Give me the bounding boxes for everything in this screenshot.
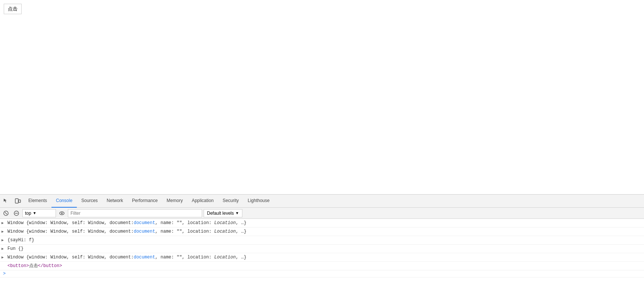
- svg-rect-1: [19, 200, 21, 202]
- levels-dropdown-icon: ▼: [235, 211, 239, 215]
- filter-input[interactable]: [68, 209, 202, 217]
- tab-console[interactable]: Console: [51, 195, 77, 208]
- inspect-element-icon[interactable]: [1, 196, 11, 206]
- expand-arrow[interactable]: ▶: [1, 246, 4, 252]
- context-value: top: [25, 211, 31, 216]
- prompt-arrow: >: [3, 271, 6, 276]
- expand-arrow[interactable]: ▶: [1, 254, 4, 261]
- tab-elements[interactable]: Elements: [24, 195, 51, 208]
- block-icon[interactable]: [12, 209, 21, 218]
- tab-lighthouse[interactable]: Lighthouse: [243, 195, 274, 208]
- document-link-2[interactable]: document: [133, 228, 155, 235]
- tab-application[interactable]: Application: [187, 195, 218, 208]
- expand-arrow[interactable]: ▶: [1, 237, 4, 244]
- svg-point-7: [61, 213, 63, 214]
- svg-rect-0: [15, 199, 18, 203]
- console-line: ▶ Window {window: Window, self: Window, …: [0, 219, 644, 227]
- clear-console-icon[interactable]: [1, 209, 10, 218]
- console-line-html: <button>点击</button>: [0, 262, 644, 270]
- context-selector[interactable]: top ▼: [22, 209, 56, 217]
- log-levels-button[interactable]: Default levels ▼: [204, 209, 242, 217]
- tab-sources[interactable]: Sources: [77, 195, 102, 208]
- document-link-1[interactable]: document: [133, 220, 155, 226]
- console-prompt-line[interactable]: >: [0, 270, 644, 277]
- eye-icon[interactable]: [57, 209, 66, 218]
- device-toggle-icon[interactable]: [13, 196, 23, 206]
- console-line: ▶ Window {window: Window, self: Window, …: [0, 227, 644, 236]
- tab-security[interactable]: Security: [218, 195, 243, 208]
- devtools-tab-bar: Elements Console Sources Network Perform…: [0, 195, 644, 208]
- tab-memory[interactable]: Memory: [162, 195, 187, 208]
- console-output: ▶ Window {window: Window, self: Window, …: [0, 219, 644, 304]
- console-line: ▶ Fun {}: [0, 245, 644, 253]
- expand-arrow[interactable]: ▶: [1, 220, 4, 227]
- svg-line-3: [5, 212, 7, 214]
- tab-network[interactable]: Network: [102, 195, 128, 208]
- context-dropdown-icon: ▼: [33, 211, 37, 215]
- console-line: ▶ {sayHi: f}: [0, 236, 644, 245]
- console-line: ▶ Window {window: Window, self: Window, …: [0, 253, 644, 262]
- page-area: 点击: [0, 0, 644, 194]
- expand-arrow[interactable]: ▶: [1, 229, 4, 235]
- devtools-panel: Elements Console Sources Network Perform…: [0, 194, 644, 304]
- levels-label: Default levels: [207, 211, 234, 216]
- page-button[interactable]: 点击: [4, 4, 22, 14]
- document-link-3[interactable]: document: [133, 254, 155, 261]
- console-toolbar: top ▼ Default levels ▼: [0, 208, 644, 219]
- tab-performance[interactable]: Performance: [128, 195, 162, 208]
